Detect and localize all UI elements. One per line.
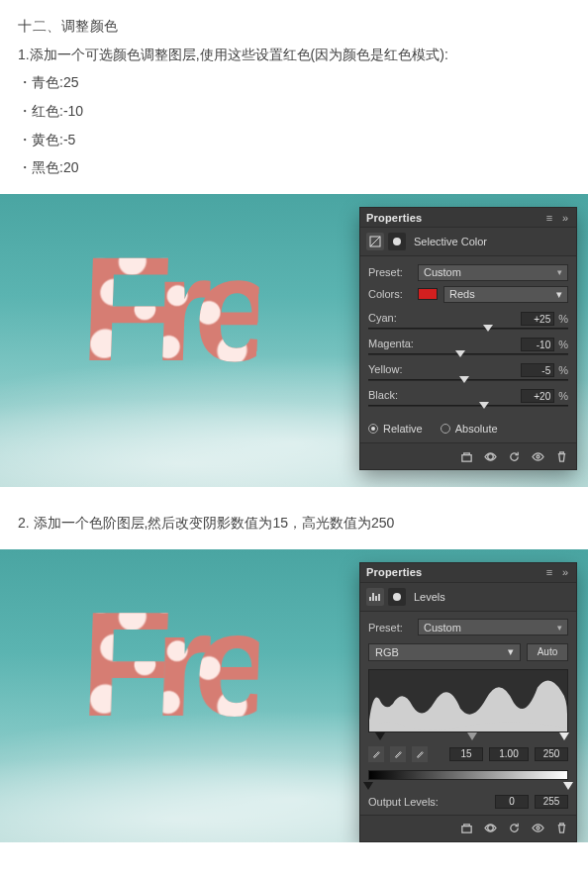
section-heading: 十二、调整颜色 (18, 12, 570, 41)
preset-dropdown[interactable]: Custom▾ (418, 264, 568, 281)
chevron-down-icon: ▾ (556, 288, 562, 301)
levels-histogram (368, 669, 568, 732)
step2-intro: 2. 添加一个色阶图层,然后改变阴影数值为15，高光数值为250 (18, 509, 570, 537)
view-previous-icon[interactable] (483, 449, 497, 463)
delete-icon[interactable] (554, 822, 568, 835)
properties-panel-selective-color: Properties ≡ » Selective Color Preset: C… (360, 208, 576, 469)
delete-icon[interactable] (554, 449, 568, 463)
properties-panel-levels: Properties ≡ » Levels Preset: Custom▾ RG… (360, 563, 576, 841)
artwork-text: Fre (78, 579, 261, 750)
chevron-down-icon: ▾ (508, 645, 514, 658)
adjustment-icon[interactable] (366, 233, 384, 250)
figure-2: Fre Properties ≡ » Levels Preset: Custom… (0, 549, 588, 842)
clip-to-layer-icon[interactable] (459, 449, 473, 463)
sliders-group: Cyan: +25% Magenta: -10% Yellow: -5% Bla… (360, 306, 576, 419)
channel-dropdown[interactable]: RGB▾ (368, 643, 521, 661)
svg-rect-2 (461, 454, 470, 461)
adjustment-icon[interactable] (366, 588, 384, 606)
reset-icon[interactable] (507, 449, 521, 463)
input-slider[interactable] (368, 732, 568, 744)
colors-dropdown[interactable]: Reds▾ (443, 286, 568, 303)
colors-swatch (418, 288, 438, 300)
bullet-black: ・黑色:20 (18, 153, 570, 182)
eyedropper-white-icon[interactable] (412, 746, 428, 762)
output-hi-value[interactable]: 255 (535, 795, 568, 809)
chevron-down-icon: ▾ (557, 267, 562, 277)
panel-menu-icon[interactable]: ≡ (544, 566, 554, 578)
svg-point-1 (393, 238, 401, 245)
eyedropper-black-icon[interactable] (368, 746, 384, 762)
colors-label: Colors: (368, 288, 412, 300)
reset-icon[interactable] (507, 822, 521, 835)
svg-point-8 (537, 827, 539, 829)
slider-cyan[interactable]: Cyan: +25% (368, 312, 568, 330)
bullet-red: ・红色:-10 (18, 97, 570, 126)
svg-point-7 (487, 826, 493, 831)
chevron-down-icon: ▾ (557, 623, 562, 633)
mask-icon[interactable] (388, 588, 406, 606)
visibility-icon[interactable] (531, 822, 544, 835)
visibility-icon[interactable] (531, 449, 544, 463)
bullet-yellow: ・黄色:-5 (18, 126, 570, 154)
mode-relative-radio[interactable]: Relative (368, 423, 423, 435)
output-slider[interactable] (368, 782, 568, 792)
panel-collapse-icon[interactable]: » (560, 212, 570, 224)
step1-intro: 1.添加一个可选颜色调整图层,使用这些设置红色(因为颜色是红色模式): (18, 41, 570, 69)
svg-rect-6 (461, 827, 470, 833)
input-shadow-value[interactable]: 15 (449, 747, 483, 761)
svg-point-5 (393, 593, 401, 601)
mode-absolute-radio[interactable]: Absolute (441, 423, 498, 435)
adjustment-name: Selective Color (414, 236, 487, 247)
auto-button[interactable]: Auto (527, 643, 568, 661)
svg-point-4 (537, 455, 539, 458)
slider-yellow[interactable]: Yellow: -5% (368, 363, 568, 381)
slider-black[interactable]: Black: +20% (368, 389, 568, 407)
panel-title: Properties (366, 212, 422, 224)
preset-dropdown[interactable]: Custom▾ (418, 619, 568, 635)
view-previous-icon[interactable] (483, 822, 497, 835)
input-high-value[interactable]: 250 (535, 747, 568, 761)
svg-point-3 (487, 453, 493, 459)
adjustment-name: Levels (414, 591, 445, 603)
output-lo-value[interactable]: 0 (495, 795, 529, 809)
panel-collapse-icon[interactable]: » (560, 566, 570, 578)
eyedropper-gray-icon[interactable] (390, 746, 406, 762)
artwork-text: Fre (78, 224, 261, 395)
figure-1: Fre Properties ≡ » Selective Color Prese… (0, 194, 588, 487)
panel-menu-icon[interactable]: ≡ (544, 212, 554, 224)
input-mid-value[interactable]: 1.00 (489, 747, 529, 761)
mask-icon[interactable] (388, 233, 406, 250)
output-levels-label: Output Levels: (368, 796, 439, 808)
preset-label: Preset: (368, 266, 412, 278)
panel-title: Properties (366, 566, 422, 578)
preset-label: Preset: (368, 622, 412, 633)
bullet-cyan: ・青色:25 (18, 68, 570, 97)
slider-magenta[interactable]: Magenta: -10% (368, 338, 568, 355)
clip-to-layer-icon[interactable] (459, 822, 473, 835)
output-gradient (368, 770, 568, 780)
